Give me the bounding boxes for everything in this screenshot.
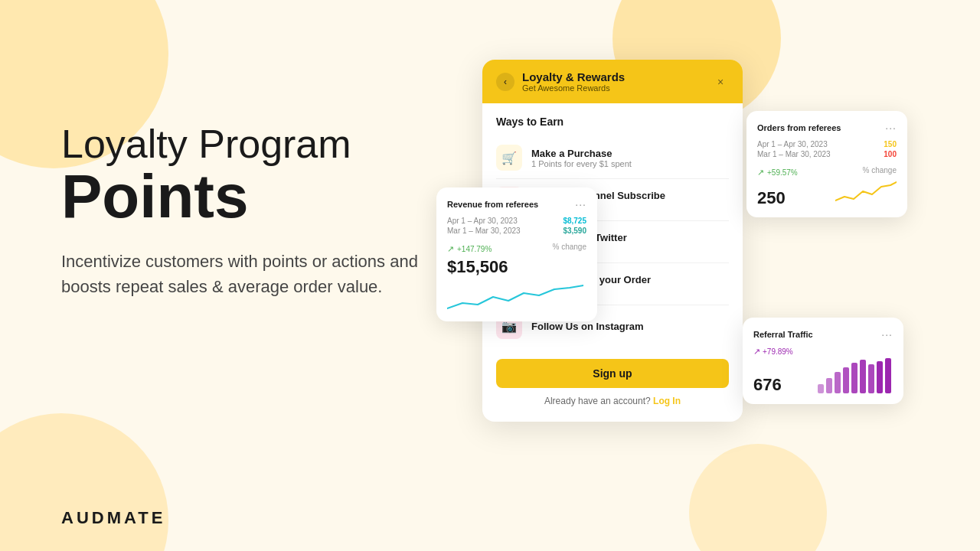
orders-row-1: Apr 1 – Apr 30, 2023 150 [757, 140, 897, 148]
orders-change-label: % change [863, 166, 897, 174]
revenue-change: ↗ +147.79% [447, 244, 492, 254]
purchase-icon: 🛒 [496, 145, 522, 171]
revenue-val-2: $3,590 [563, 227, 586, 235]
svg-rect-8 [885, 358, 891, 393]
panel-subtitle: Get Awesome Rewards [522, 83, 625, 93]
traffic-bottom: 676 [753, 357, 893, 395]
orders-line-chart [835, 178, 897, 207]
description-text: Incentivize customers with points or act… [61, 249, 459, 299]
revenue-card-header: Revenue from referees ··· [447, 198, 586, 210]
traffic-change-val: +79.89% [763, 347, 793, 356]
svg-rect-7 [877, 361, 883, 393]
orders-change-val: +59.57% [767, 168, 798, 177]
header-left: ‹ Loyalty & Rewards Get Awesome Rewards [496, 70, 625, 93]
right-section: ‹ Loyalty & Rewards Get Awesome Rewards … [444, 0, 980, 551]
revenue-change-val: +147.79% [457, 245, 492, 253]
traffic-card: Referral Traffic ··· ↗ +79.89% 676 [743, 318, 903, 404]
instagram-info: Follow Us on Instagram [531, 321, 644, 332]
loyalty-panel-header: ‹ Loyalty & Rewards Get Awesome Rewards … [482, 60, 743, 103]
traffic-change-row: ↗ +79.89% [753, 347, 893, 357]
revenue-row-2: Mar 1 – Mar 30, 2023 $3,590 [447, 227, 586, 235]
traffic-bar-chart [816, 357, 893, 393]
bg-circle-bl [0, 413, 168, 551]
svg-rect-2 [835, 372, 841, 393]
svg-rect-6 [868, 364, 874, 393]
traffic-card-title: Referral Traffic [753, 330, 813, 339]
revenue-card: Revenue from referees ··· Apr 1 – Apr 30… [436, 187, 597, 321]
orders-card-header: Orders from referees ··· [757, 122, 897, 134]
traffic-change: ↗ +79.89% [753, 347, 793, 357]
left-section: Loyalty Program Points Incentivize custo… [61, 122, 459, 299]
logo: AUDMATE [61, 508, 165, 528]
login-link[interactable]: Log In [653, 396, 681, 406]
traffic-card-menu[interactable]: ··· [881, 328, 893, 341]
revenue-card-menu[interactable]: ··· [575, 198, 586, 210]
purchase-name: Make a Purchase [531, 148, 632, 159]
revenue-change-label: % change [553, 243, 586, 251]
back-button[interactable]: ‹ [496, 73, 514, 91]
already-text: Already have an account? [544, 396, 651, 406]
revenue-change-row: ↗ +147.79% % change [447, 240, 586, 254]
revenue-row-1: Apr 1 – Apr 30, 2023 $8,725 [447, 217, 586, 225]
revenue-mini-chart [447, 282, 586, 312]
purchase-points: 1 Points for every $1 spent [531, 159, 632, 168]
panel-footer: Sign up Already have an account? Log In [482, 347, 743, 422]
instagram-name: Follow Us on Instagram [531, 321, 644, 332]
svg-rect-4 [851, 363, 858, 393]
purchase-info: Make a Purchase 1 Points for every $1 sp… [531, 148, 632, 168]
orders-date-2: Mar 1 – Mar 30, 2023 [757, 150, 831, 158]
header-text: Loyalty & Rewards Get Awesome Rewards [522, 70, 625, 93]
revenue-val-1: $8,725 [563, 217, 586, 225]
orders-val-1: 150 [884, 140, 897, 148]
svg-rect-1 [826, 378, 832, 393]
orders-val-2: 100 [884, 150, 897, 158]
orders-change: ↗ +59.57% [757, 168, 798, 178]
svg-rect-0 [818, 384, 824, 393]
orders-big-value: 250 [757, 188, 786, 208]
close-button[interactable]: × [712, 73, 729, 90]
earn-item-purchase: 🛒 Make a Purchase 1 Points for every $1 … [496, 137, 729, 179]
orders-change-row: ↗ +59.57% % change [757, 163, 897, 178]
points-label: Points [61, 166, 459, 227]
revenue-date-2: Mar 1 – Mar 30, 2023 [447, 227, 521, 235]
svg-rect-3 [843, 367, 849, 393]
orders-date-1: Apr 1 – Apr 30, 2023 [757, 140, 828, 148]
panel-title: Loyalty & Rewards [522, 70, 625, 83]
revenue-card-title: Revenue from referees [447, 200, 538, 209]
revenue-big-value: $15,506 [447, 257, 586, 277]
traffic-card-header: Referral Traffic ··· [753, 328, 893, 341]
traffic-big-value: 676 [753, 375, 782, 395]
orders-bottom: 250 [757, 178, 897, 208]
loyalty-program-label: Loyalty Program [61, 122, 459, 166]
orders-card: Orders from referees ··· Apr 1 – Apr 30,… [746, 111, 907, 217]
signup-button[interactable]: Sign up [496, 359, 729, 388]
revenue-date-1: Apr 1 – Apr 30, 2023 [447, 217, 518, 225]
orders-row-2: Mar 1 – Mar 30, 2023 100 [757, 150, 897, 158]
login-text: Already have an account? Log In [496, 396, 729, 406]
orders-card-menu[interactable]: ··· [885, 122, 897, 134]
ways-title: Ways to Earn [496, 116, 729, 128]
svg-rect-5 [860, 360, 866, 393]
orders-card-title: Orders from referees [757, 123, 841, 132]
